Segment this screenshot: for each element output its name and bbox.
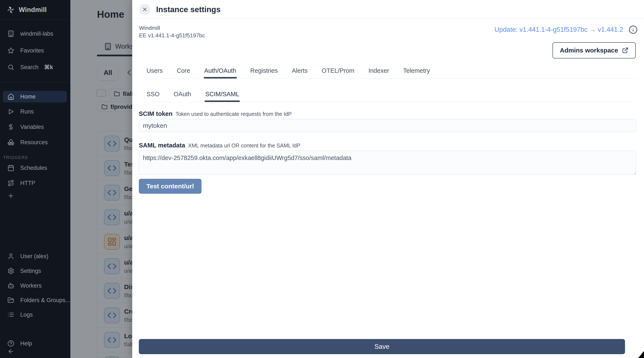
- app-screen: Windmill windmill-labs Favorites Search …: [0, 0, 644, 358]
- sidebar-item-search[interactable]: Search ⌘k: [3, 62, 67, 73]
- windmill-logo-icon: [6, 5, 15, 15]
- workers-label: Workers: [20, 282, 42, 289]
- update-row: Update: v1.441.1-4-g51f5197bc → v1.441.2: [494, 25, 638, 34]
- user-label: User (alex): [20, 253, 48, 260]
- sidebar-item-schedules[interactable]: Schedules: [3, 162, 67, 174]
- tab-alerts[interactable]: Alerts: [291, 65, 308, 79]
- settings-label: Settings: [20, 268, 41, 274]
- sidebar-item-favorites[interactable]: Favorites: [3, 45, 67, 56]
- schedules-label: Schedules: [20, 165, 47, 171]
- search-icon: [8, 64, 14, 71]
- search-shortcut: ⌘k: [44, 64, 53, 71]
- list-icon: [8, 311, 14, 318]
- auth-subtabs: SSOOAuthSCIM/SAML: [146, 88, 636, 102]
- triggers-section-label: TRIGGERS: [3, 155, 28, 160]
- favorites-label: Favorites: [20, 47, 44, 54]
- plus-icon: [8, 192, 14, 199]
- scim-token-label: SCIM token: [139, 110, 172, 117]
- sidebar-item-home[interactable]: Home: [3, 91, 67, 102]
- sidebar-item-folders-groups[interactable]: Folders & Groups...: [3, 294, 67, 306]
- sidebar-item-http[interactable]: HTTP: [3, 177, 67, 189]
- version-block: Windmill EE v1.441.1-4-g51f5197bc: [139, 24, 205, 39]
- drawer-title: Instance settings: [156, 5, 220, 14]
- logo-row[interactable]: Windmill: [0, 0, 70, 20]
- app-title: Windmill: [19, 6, 47, 14]
- dollar-icon: [8, 124, 14, 130]
- test-content-url-button[interactable]: Test content/url: [139, 179, 202, 194]
- http-label: HTTP: [20, 180, 36, 186]
- user-icon: [8, 253, 14, 260]
- close-button[interactable]: [139, 4, 150, 15]
- app-name: Windmill: [139, 24, 205, 32]
- drawer-header: Instance settings: [132, 0, 644, 19]
- tab-indexer[interactable]: Indexer: [368, 65, 390, 79]
- play-icon: [8, 108, 14, 115]
- tab-registries[interactable]: Registries: [250, 65, 278, 79]
- sidebar-item-variables[interactable]: Variables: [3, 121, 67, 133]
- sidebar-item-workers[interactable]: Workers: [3, 280, 67, 291]
- bot-icon: [8, 282, 14, 289]
- home-icon: [8, 93, 14, 100]
- subtab-oauth[interactable]: OAuth: [173, 88, 192, 102]
- sidebar: Windmill windmill-labs Favorites Search …: [0, 0, 70, 358]
- resources-label: Resources: [20, 139, 48, 146]
- sidebar-collapse-button[interactable]: [3, 346, 67, 357]
- sidebar-item-settings[interactable]: Settings: [3, 265, 67, 277]
- arrow-left-icon: [8, 348, 14, 355]
- sidebar-divider: [0, 82, 70, 82]
- folders-groups-label: Folders & Groups...: [20, 297, 70, 304]
- building-icon: [8, 30, 14, 37]
- tab-core[interactable]: Core: [176, 65, 191, 79]
- tab-otel-prom[interactable]: OTEL/Prom: [321, 65, 355, 79]
- tab-users[interactable]: Users: [146, 65, 163, 79]
- tab-telemetry[interactable]: Telemetry: [402, 65, 430, 79]
- saml-metadata-description: XML metadata url OR content for the SAML…: [188, 143, 300, 149]
- admins-workspace-button[interactable]: Admins workspace: [552, 42, 636, 59]
- boxes-icon: [8, 139, 14, 146]
- folder-open-icon: [8, 297, 14, 304]
- sidebar-item-logs[interactable]: Logs: [3, 309, 67, 320]
- tab-auth-oauth[interactable]: Auth/OAuth: [204, 65, 237, 79]
- runs-label: Runs: [20, 108, 34, 115]
- info-icon[interactable]: [629, 25, 638, 34]
- sidebar-add-trigger[interactable]: [3, 190, 67, 202]
- search-label: Search: [20, 64, 38, 71]
- star-icon: [8, 47, 14, 54]
- calendar-icon: [8, 165, 14, 171]
- route-icon: [8, 180, 14, 186]
- workspace-name: windmill-labs: [20, 31, 53, 37]
- sidebar-item-resources[interactable]: Resources: [3, 137, 67, 148]
- mouse-cursor: [638, 351, 644, 358]
- saml-metadata-textarea[interactable]: https://dev-2578259.okta.com/app/exkaell…: [139, 151, 636, 175]
- scim-token-description: Token used to authenticate requests from…: [176, 111, 292, 117]
- close-icon: [142, 7, 148, 12]
- sidebar-item-workspace[interactable]: windmill-labs: [3, 28, 67, 40]
- saml-metadata-label: SAML metadata: [139, 142, 185, 149]
- sidebar-item-user[interactable]: User (alex): [3, 250, 67, 262]
- scim-token-input[interactable]: [139, 119, 636, 132]
- settings-tabs: UsersCoreAuth/OAuthRegistriesAlertsOTEL/…: [146, 65, 636, 79]
- variables-label: Variables: [20, 124, 44, 130]
- logs-label: Logs: [20, 311, 33, 318]
- instance-settings-drawer: Instance settings Windmill EE v1.441.1-4…: [132, 0, 644, 358]
- version-text: EE v1.441.1-4-g51f5197bc: [139, 32, 205, 39]
- subtab-sso[interactable]: SSO: [146, 88, 160, 102]
- saml-metadata-label-row: SAML metadata XML metadata url OR conten…: [139, 142, 300, 149]
- subtab-scim-saml[interactable]: SCIM/SAML: [205, 88, 240, 102]
- sidebar-item-runs[interactable]: Runs: [3, 106, 67, 117]
- admins-workspace-label: Admins workspace: [560, 47, 618, 54]
- home-label: Home: [20, 94, 36, 100]
- gear-icon: [8, 267, 14, 274]
- save-button[interactable]: Save: [139, 339, 625, 354]
- update-link[interactable]: Update: v1.441.1-4-g51f5197bc → v1.441.2: [494, 26, 623, 34]
- external-link-icon: [622, 47, 628, 54]
- scim-token-label-row: SCIM token Token used to authenticate re…: [139, 110, 292, 117]
